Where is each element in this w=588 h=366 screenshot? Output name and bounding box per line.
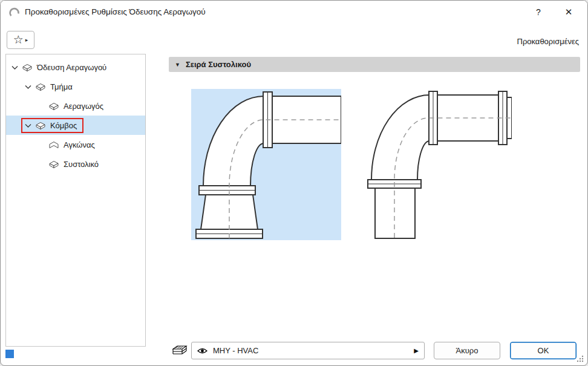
reducer-preview-selected[interactable] <box>191 89 341 240</box>
collapse-triangle-icon[interactable]: ▼ <box>175 62 180 68</box>
tree-item-label: Αεραγωγός <box>64 102 103 111</box>
ok-button[interactable]: OK <box>510 342 577 359</box>
close-button[interactable]: ✕ <box>555 1 583 24</box>
tree-item-label: Αγκώνας <box>64 140 95 149</box>
combo-arrow-icon[interactable]: ▶ <box>414 347 419 354</box>
tree-item-kombos-selected[interactable]: Κόμβος <box>6 116 145 135</box>
layer-value: MHY - HVAC <box>213 346 258 355</box>
node-3d-icon <box>35 121 46 130</box>
highlight-outline-box: Κόμβος <box>21 118 83 133</box>
tree-item-label: Κόμβος <box>50 121 77 130</box>
reducer-3d-icon <box>48 160 59 169</box>
duct-3d-icon <box>48 102 59 111</box>
layers-icon <box>172 344 188 357</box>
tree-item-label: Συστολικό <box>64 160 99 169</box>
dialog-window: Προκαθορισμένες Ρυθμίσεις Όδευσης Αεραγω… <box>0 0 588 366</box>
tree-item-odefsi-aeragogou[interactable]: Όδευση Αεραγωγού <box>6 57 145 77</box>
reducer-preview-alt[interactable] <box>362 89 512 240</box>
pane-corner-handle[interactable] <box>5 350 14 358</box>
app-icon <box>8 6 21 18</box>
favorites-button[interactable]: ☆ ▸ <box>7 31 34 49</box>
tree-item-label: Τμήμα <box>50 82 73 91</box>
section-header-reducer-series[interactable]: ▼ Σειρά Συστολικού <box>169 57 580 72</box>
title-bar: Προκαθορισμένες Ρυθμίσεις Όδευσης Αεραγω… <box>1 1 587 24</box>
star-icon: ☆ <box>13 34 24 45</box>
help-button[interactable]: ? <box>524 1 552 24</box>
tree-item-aeragogos[interactable]: Αεραγωγός <box>6 96 145 116</box>
favorites-label: Προκαθορισμένες <box>517 37 579 46</box>
reducer-elbow-drawing <box>191 89 341 240</box>
layer-selector[interactable]: MHY - HVAC ▶ <box>191 342 425 359</box>
resize-grip[interactable] <box>576 355 584 363</box>
reducer-elbow-drawing <box>362 89 512 240</box>
elbow-3d-icon <box>48 140 59 149</box>
section-title: Σειρά Συστολικού <box>186 60 251 69</box>
visibility-eye-icon <box>197 347 207 355</box>
routing-tree-panel: Όδευση Αεραγωγού Τμήμα Αεραγωγός Κόμβος … <box>5 54 146 347</box>
tree-item-label: Όδευση Αεραγωγού <box>37 63 106 72</box>
tree-item-systoliko[interactable]: Συστολικό <box>6 154 145 174</box>
cancel-button[interactable]: Άκυρο <box>434 342 500 359</box>
segment-3d-icon <box>35 82 46 91</box>
chevron-down-icon[interactable] <box>23 83 33 91</box>
chevron-down-icon[interactable] <box>23 122 33 129</box>
dialog-title: Προκαθορισμένες Ρυθμίσεις Όδευσης Αεραγω… <box>25 7 206 16</box>
tree-item-tmima[interactable]: Τμήμα <box>6 77 145 96</box>
chevron-down-icon[interactable] <box>10 64 19 71</box>
duct-route-3d-icon <box>22 63 33 72</box>
tree-item-agkonas[interactable]: Αγκώνας <box>6 135 145 154</box>
flyout-arrow-icon: ▸ <box>25 37 28 43</box>
